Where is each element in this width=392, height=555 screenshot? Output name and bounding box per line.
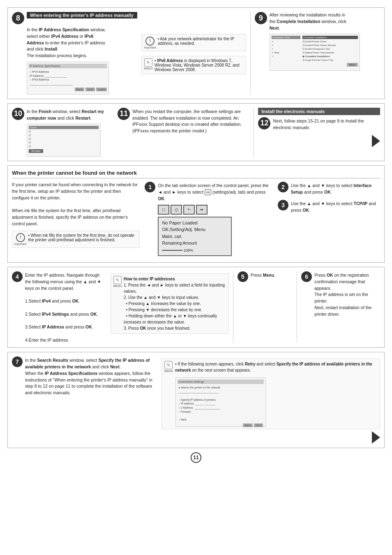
network-step-2-text: Use the ▲ and ▼ keys to select Interface… — [291, 182, 380, 196]
step-8-memo-text: • IPv6 Address is displayed in Windows 7… — [154, 58, 244, 72]
step-8-body: In the IP Address Specification window, … — [27, 27, 137, 59]
search-step-7-circle: 7 — [12, 356, 23, 367]
ip-step-6-circle: 6 — [301, 271, 312, 282]
step-10-screenshot: Finish ☑☑☑☑☑ Restart — [27, 124, 101, 157]
step-8-circle: 8 — [12, 12, 24, 24]
search-step-7-text: In the Search Results window, select Spe… — [25, 356, 157, 396]
search-memo-label: MEMO — [164, 370, 173, 372]
ip-step-4-item2: 2.Select IPv4 Settings and press OK. — [25, 312, 98, 317]
ip-step-5-circle: 5 — [238, 271, 248, 282]
network-step-1-circle: 1 — [145, 182, 155, 192]
lcd-line3: Maint. cart. — [162, 234, 182, 239]
search-memo-icon: ✎ — [164, 361, 173, 369]
lcd-bar: ━━━━━━━━━━ 100% — [162, 248, 193, 252]
memo-label: MEMO — [144, 67, 153, 70]
network-step-1-text: On the tab selection screen of the contr… — [158, 182, 272, 202]
ip-step-4-circle: 4 — [12, 271, 23, 282]
search-memo-box: ✎ MEMO • If the following screen appears… — [161, 358, 380, 429]
lcd-icon-settings: ⇨ — [196, 205, 208, 215]
step-12-circle: 12 — [258, 117, 270, 130]
network-important-icon: ! — [16, 233, 25, 242]
lcd-line4: Remaining Amount — [162, 241, 197, 245]
lcd-line1: No Paper Loaded — [162, 220, 197, 225]
ip-step-6-text: Press OK on the registration confirmatio… — [314, 271, 380, 317]
lcd-icon-menu: ≡· — [183, 205, 195, 215]
bottom-right-arrow — [372, 431, 380, 444]
memo-icon: ✎ — [144, 58, 152, 67]
ip-step-4-text: Enter the IP address. Navigate through t… — [25, 271, 106, 343]
ip-memo-label: MEMO — [113, 284, 122, 287]
step-11-body: When you restart the computer, the softw… — [132, 108, 249, 134]
ip-memo-box: ✎ MEMO How to enter IP addresses 1. Pres… — [111, 273, 229, 334]
network-step-2-circle: 2 — [278, 182, 288, 192]
lcd-icon-drop: ◇ — [171, 205, 182, 215]
step-8-screenshot: IP Address Specification ○ IPv4 Address … — [27, 62, 109, 95]
network-intro-text: If your printer cannot be found when con… — [12, 182, 140, 227]
step-10-circle: 10 — [12, 108, 24, 120]
step-10-body: In the Finish window, select Restart my … — [27, 108, 113, 122]
search-memo-text: • If the following screen appears, click… — [175, 361, 378, 373]
install-electronic-header: Install the electronic manuals — [258, 108, 380, 115]
lcd-screen: No Paper Loaded OK:Setting/Adj. Menu Mai… — [158, 217, 232, 257]
search-screenshot: Connection Settings ● Search the printer… — [175, 377, 266, 427]
right-arrow — [372, 135, 380, 147]
ip-memo-text: How to enter IP addresses 1. Press the ◄… — [124, 276, 226, 331]
network-important-text: • When ink fills the system for the firs… — [28, 233, 138, 245]
network-section-header: When the printer cannot be found on the … — [12, 170, 380, 178]
network-important-box: ! Important • When ink fills the system … — [12, 231, 140, 248]
page-number: 11 — [191, 452, 201, 463]
step-8-important: ! Important • Ask your network administr… — [141, 34, 246, 51]
ip-step-4-item4: 4.Enter the IP address. — [25, 338, 69, 342]
step-9-body: After reviewing the installation results… — [270, 12, 346, 31]
ip-step-4-item3: 3.Select IP Address and press OK. — [25, 324, 93, 329]
step-12-body: Next, follow steps 15-21 on page 9 to In… — [273, 117, 380, 131]
network-step-3-text: Use the ▲ and ▼ keys to select TCP/IP an… — [291, 200, 380, 214]
step-8-memo: ✎ MEMO • IPv6 Address is displayed in Wi… — [141, 56, 246, 74]
ip-memo-icon: ✎ — [113, 276, 122, 284]
important-label: Important — [144, 46, 156, 49]
important-icon: ! — [145, 37, 154, 46]
ip-step-4-item1: 1.Select IPv4 and press OK. — [25, 298, 80, 303]
network-step-3-circle: 3 — [278, 200, 288, 210]
ip-step-5-text: Press Menu. — [251, 271, 275, 279]
lcd-icon-paper: □ — [158, 205, 169, 215]
step-9-circle: 9 — [255, 12, 267, 24]
lcd-line2: OK:Setting/Adj. Menu — [162, 227, 205, 232]
network-important-label: Important — [14, 243, 27, 245]
step-8-title: When entering the printer's IP address m… — [27, 12, 137, 18]
step-9-screenshot: Installation Flow ✓✓✓✓ Next✓ Complete In… — [270, 34, 360, 71]
step-8-important-text: • Ask your network administrator for the… — [158, 37, 244, 49]
step-11-circle: 11 — [118, 108, 130, 120]
